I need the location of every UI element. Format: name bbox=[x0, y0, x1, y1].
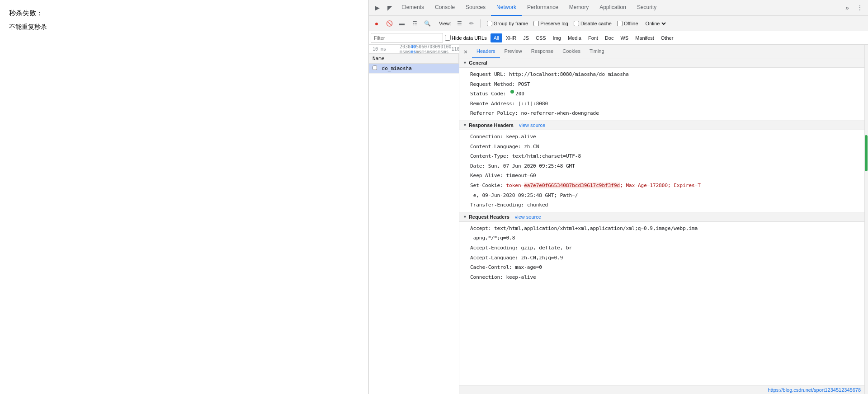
page-subtitle: 不能重复秒杀 bbox=[9, 23, 359, 31]
filter-css[interactable]: CSS bbox=[533, 33, 549, 42]
filter-bar: Hide data URLs All XHR JS CSS Img Media … bbox=[369, 31, 868, 45]
devtools-pointer-icon[interactable]: ▶ bbox=[371, 1, 383, 14]
request-headers-body: Accept: text/html,application/xhtml+xml,… bbox=[459, 222, 864, 284]
filter-ws[interactable]: WS bbox=[617, 33, 632, 42]
tab-elements[interactable]: Elements bbox=[396, 0, 429, 16]
response-headers-section-header[interactable]: ▼ Response Headers view source bbox=[459, 121, 864, 130]
status-dot bbox=[510, 90, 514, 94]
detail-panel: ✕ Headers Preview Response Cookies Timin… bbox=[459, 45, 864, 394]
search-button[interactable]: 🔍 bbox=[421, 18, 433, 29]
reqh-connection-row: Connection: keep-alive bbox=[459, 272, 864, 282]
request-method-key: Request Method: bbox=[470, 80, 518, 89]
response-headers-section: ▼ Response Headers view source Connectio… bbox=[459, 121, 864, 212]
filter-other[interactable]: Other bbox=[658, 33, 677, 42]
bottom-status-link[interactable]: https://blog.csdn.net/sport1234512345678 bbox=[768, 387, 861, 393]
toolbar-options: Group by frame Preserve log Disable cach… bbox=[487, 20, 667, 27]
remote-address-val: [::1]:8080 bbox=[518, 100, 548, 108]
request-row[interactable]: do_miaosha bbox=[369, 64, 459, 74]
tab-performance[interactable]: Performance bbox=[522, 0, 564, 16]
reqh-accept-val: text/html,application/xhtml+xml,applicat… bbox=[494, 225, 698, 233]
rh-transfer-encoding-row: Transfer-Encoding: chunked bbox=[459, 200, 864, 210]
rh-set-cookie-val2: e, 09-Jun-2020 09:25:48 GMT; Path=/ bbox=[473, 192, 578, 200]
rh-set-cookie-val: token=ea7e7e0f66534087bcd39617c9bf3f9d; … bbox=[506, 182, 700, 190]
offline-checkbox[interactable] bbox=[617, 21, 623, 26]
filter-all[interactable]: All bbox=[491, 33, 502, 42]
detail-content[interactable]: ▼ General Request URL: http://localhost:… bbox=[459, 58, 864, 385]
filter-media[interactable]: Media bbox=[565, 33, 585, 42]
hide-data-urls-option[interactable]: Hide data URLs bbox=[445, 35, 487, 41]
preserve-log-option[interactable]: Preserve log bbox=[533, 21, 568, 26]
tab-timing[interactable]: Timing bbox=[585, 45, 609, 58]
rh-set-cookie-key2 bbox=[470, 192, 473, 200]
record-button[interactable]: ● bbox=[371, 18, 382, 29]
devtools-menu-button[interactable]: ⋮ bbox=[854, 1, 866, 14]
general-title: General bbox=[469, 60, 487, 66]
request-headers-section: ▼ Request Headers view source Accept: te… bbox=[459, 212, 864, 285]
detail-close-button[interactable]: ✕ bbox=[461, 47, 470, 56]
filter-types: All XHR JS CSS Img Media Font Doc WS Man… bbox=[491, 33, 677, 42]
tab-security[interactable]: Security bbox=[632, 0, 662, 16]
filter-button[interactable]: ☶ bbox=[409, 18, 420, 29]
tab-cookies[interactable]: Cookies bbox=[558, 45, 585, 58]
devtools-panel: ▶ ◤ Elements Console Sources Network Per… bbox=[368, 0, 868, 394]
request-checkbox[interactable] bbox=[373, 66, 377, 70]
request-headers-view-source[interactable]: view source bbox=[515, 214, 541, 220]
rh-keep-alive-row: Keep-Alive: timeout=60 bbox=[459, 171, 864, 181]
group-by-frame-checkbox[interactable] bbox=[487, 21, 492, 26]
tab-application[interactable]: Application bbox=[594, 0, 632, 16]
request-list: 10 ms 20 ms 30 ms 40 ms 50 ms 60 ms 70 m… bbox=[369, 45, 459, 394]
tab-response[interactable]: Response bbox=[527, 45, 558, 58]
rh-content-language-key: Content-Language: bbox=[470, 143, 524, 151]
filter-input[interactable] bbox=[371, 33, 443, 43]
capture-screenshot-button[interactable]: ▬ bbox=[396, 18, 408, 29]
filter-doc[interactable]: Doc bbox=[602, 33, 617, 42]
tab-preview[interactable]: Preview bbox=[500, 45, 527, 58]
page-title: 秒杀失败： bbox=[9, 9, 359, 18]
view-waterfall-button[interactable]: ✏ bbox=[466, 18, 477, 29]
reqh-cache-control-key: Cache-Control: bbox=[470, 263, 515, 272]
filter-manifest[interactable]: Manifest bbox=[632, 33, 657, 42]
request-headers-section-header[interactable]: ▼ Request Headers view source bbox=[459, 212, 864, 222]
general-section-header[interactable]: ▼ General bbox=[459, 58, 864, 68]
rh-date-val: Sun, 07 Jun 2020 09:25:48 GMT bbox=[488, 162, 575, 170]
waterfall-area bbox=[369, 74, 459, 394]
preserve-log-checkbox[interactable] bbox=[533, 21, 539, 26]
offline-option[interactable]: Offline bbox=[617, 21, 638, 26]
tab-headers[interactable]: Headers bbox=[472, 45, 500, 58]
view-list-button[interactable]: ☰ bbox=[454, 18, 466, 29]
filter-js[interactable]: JS bbox=[520, 33, 532, 42]
devtools-device-icon[interactable]: ◤ bbox=[383, 1, 396, 14]
filter-img[interactable]: Img bbox=[550, 33, 564, 42]
throttle-select[interactable]: Online bbox=[644, 20, 667, 27]
status-code-key: Status Code: bbox=[470, 90, 509, 98]
clear-button[interactable]: 🚫 bbox=[383, 18, 395, 29]
tab-sources[interactable]: Sources bbox=[460, 0, 491, 16]
response-headers-view-source[interactable]: view source bbox=[519, 122, 545, 128]
rh-set-cookie-row2: e, 09-Jun-2020 09:25:48 GMT; Path=/ bbox=[459, 191, 864, 201]
hide-data-urls-checkbox[interactable] bbox=[445, 35, 451, 41]
status-code-row: Status Code: 200 bbox=[459, 89, 864, 99]
disable-cache-checkbox[interactable] bbox=[574, 21, 579, 26]
general-triangle: ▼ bbox=[463, 61, 467, 65]
scrollbar-thumb[interactable] bbox=[865, 135, 868, 171]
request-name: do_miaosha bbox=[373, 66, 455, 71]
tab-memory[interactable]: Memory bbox=[564, 0, 594, 16]
tab-network[interactable]: Network bbox=[491, 0, 522, 16]
toolbar-divider-1 bbox=[436, 19, 436, 28]
devtools-tab-bar: ▶ ◤ Elements Console Sources Network Per… bbox=[369, 0, 868, 16]
reqh-accept-row2: apng,*/*;q=0.8 bbox=[459, 233, 864, 243]
tab-console[interactable]: Console bbox=[429, 0, 460, 16]
page-content: 秒杀失败： 不能重复秒杀 bbox=[0, 0, 368, 394]
more-tabs-button[interactable]: » bbox=[841, 1, 854, 14]
disable-cache-option[interactable]: Disable cache bbox=[574, 21, 612, 26]
reqh-accept-key: Accept: bbox=[470, 225, 494, 233]
rh-transfer-encoding-val: chunked bbox=[527, 201, 548, 209]
group-by-frame-option[interactable]: Group by frame bbox=[487, 21, 528, 26]
rh-content-language-val: zh-CN bbox=[524, 143, 539, 151]
rh-content-type-row: Content-Type: text/html;charset=UTF-8 bbox=[459, 151, 864, 161]
scrollbar-indicator[interactable] bbox=[864, 45, 868, 394]
filter-font[interactable]: Font bbox=[585, 33, 601, 42]
request-headers-title: Request Headers bbox=[469, 214, 509, 220]
name-column-header[interactable]: Name bbox=[369, 54, 459, 63]
filter-xhr[interactable]: XHR bbox=[503, 33, 519, 42]
